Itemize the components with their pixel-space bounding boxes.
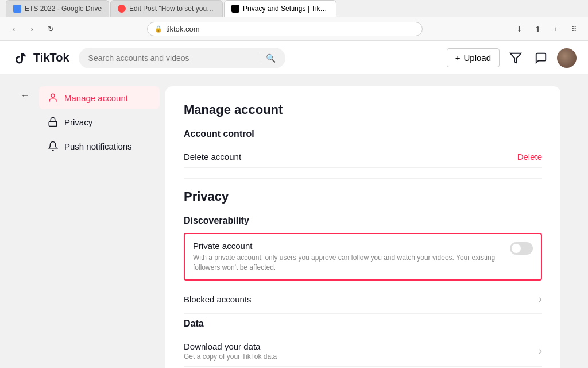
svg-rect-0 bbox=[11, 49, 30, 67]
tab-snaptik[interactable]: Edit Post "How to set your account as a … bbox=[110, 0, 223, 17]
search-divider bbox=[261, 53, 261, 63]
reload-button[interactable]: ↻ bbox=[42, 21, 59, 37]
url-text: tiktok.com bbox=[166, 25, 200, 33]
browser-actions: ⬇ ⬆ + ⠿ bbox=[511, 21, 582, 37]
download-data-title: Download your data bbox=[184, 342, 277, 351]
tiktok-favicon bbox=[231, 5, 239, 13]
search-bar[interactable]: 🔍 bbox=[79, 48, 285, 68]
blocked-accounts-row[interactable]: Blocked accounts › bbox=[184, 285, 542, 314]
main-content: Manage account Account control Delete ac… bbox=[165, 86, 560, 368]
sidebar-item-manage-account[interactable]: Manage account bbox=[39, 86, 160, 109]
address-bar[interactable]: 🔒 tiktok.com bbox=[147, 22, 423, 36]
sidebar-label-manage-account: Manage account bbox=[64, 93, 128, 103]
browser-toolbar: ‹ › ↻ 🔒 tiktok.com ⬇ ⬆ + ⠿ bbox=[0, 17, 588, 41]
tab-google-label: ETS 2022 - Google Drive bbox=[25, 5, 102, 13]
sidebar-item-push-notifications[interactable]: Push notifications bbox=[39, 135, 160, 158]
google-favicon bbox=[13, 5, 21, 13]
private-account-title: Private account bbox=[193, 241, 503, 251]
delete-account-label: Delete account bbox=[184, 152, 241, 162]
private-account-text: Private account With a private account, … bbox=[193, 241, 503, 273]
settings-sidebar: ← Manage account Privacy bbox=[28, 86, 165, 368]
privacy-title: Privacy bbox=[184, 189, 542, 204]
download-data-text: Download your data Get a copy of your Ti… bbox=[184, 342, 277, 361]
download-button[interactable]: ⬇ bbox=[511, 21, 527, 37]
logo-text: TikTok bbox=[33, 51, 69, 64]
tiktok-logo-icon bbox=[11, 49, 30, 67]
privacy-icon bbox=[47, 116, 59, 128]
tiktok-logo[interactable]: TikTok bbox=[11, 49, 69, 67]
header-actions: + Upload bbox=[447, 48, 577, 68]
plus-icon: + bbox=[455, 53, 461, 63]
sidebar-nav: Manage account Privacy Push notification… bbox=[28, 86, 160, 158]
svg-point-2 bbox=[51, 94, 55, 97]
sidebar-item-privacy[interactable]: Privacy bbox=[39, 110, 160, 133]
search-icon[interactable]: 🔍 bbox=[266, 53, 276, 63]
settings-container: ← Manage account Privacy bbox=[18, 75, 570, 368]
new-tab-button[interactable]: + bbox=[548, 21, 564, 37]
extensions-button[interactable]: ⠿ bbox=[566, 21, 582, 37]
tab-tiktok[interactable]: Privacy and Settings | TikTok bbox=[224, 0, 336, 17]
private-account-row: Private account With a private account, … bbox=[184, 233, 542, 281]
discoverability-title: Discoverability bbox=[184, 216, 542, 226]
notifications-icon bbox=[47, 140, 59, 152]
svg-marker-1 bbox=[510, 53, 521, 63]
blocked-accounts-label: Blocked accounts bbox=[184, 294, 252, 304]
download-data-desc: Get a copy of your TikTok data bbox=[184, 352, 277, 361]
manage-account-icon bbox=[47, 92, 59, 103]
blocked-accounts-chevron-icon: › bbox=[539, 293, 542, 305]
tab-tiktok-label: Privacy and Settings | TikTok bbox=[243, 5, 329, 13]
app-header: TikTok 🔍 + Upload bbox=[0, 41, 588, 75]
search-input[interactable] bbox=[88, 53, 256, 63]
private-account-toggle[interactable] bbox=[510, 242, 533, 255]
sidebar-back-button[interactable]: ← bbox=[16, 86, 34, 105]
filter-icon[interactable] bbox=[506, 49, 525, 67]
divider-1 bbox=[184, 178, 542, 179]
sidebar-label-push-notifications: Push notifications bbox=[64, 141, 132, 151]
upload-button[interactable]: + Upload bbox=[447, 48, 500, 67]
tab-google[interactable]: ETS 2022 - Google Drive bbox=[6, 0, 109, 17]
private-account-desc: With a private account, only users you a… bbox=[193, 253, 503, 273]
browser-chrome: ETS 2022 - Google Drive Edit Post "How t… bbox=[0, 0, 588, 41]
account-control-title: Account control bbox=[184, 129, 542, 139]
svg-rect-3 bbox=[49, 121, 57, 126]
page-title: Manage account bbox=[184, 102, 542, 117]
user-avatar[interactable] bbox=[557, 48, 577, 68]
upload-label: Upload bbox=[463, 53, 491, 63]
forward-button[interactable]: › bbox=[24, 21, 40, 37]
data-title: Data bbox=[184, 319, 542, 329]
share-button[interactable]: ⬆ bbox=[529, 21, 546, 37]
delete-account-row: Delete account Delete bbox=[184, 146, 542, 168]
data-section: Data Download your data Get a copy of yo… bbox=[184, 319, 542, 367]
tiktok-app: TikTok 🔍 + Upload ← bbox=[0, 41, 588, 368]
tab-snaptik-label: Edit Post "How to set your account as a … bbox=[129, 5, 215, 13]
back-button[interactable]: ‹ bbox=[6, 21, 22, 37]
tabs-bar: ETS 2022 - Google Drive Edit Post "How t… bbox=[0, 0, 588, 17]
delete-account-button[interactable]: Delete bbox=[517, 152, 542, 162]
messages-icon[interactable] bbox=[532, 49, 550, 67]
snaptik-favicon bbox=[118, 5, 126, 13]
sidebar-label-privacy: Privacy bbox=[64, 117, 92, 127]
nav-controls: ‹ › ↻ bbox=[6, 21, 59, 37]
download-data-row[interactable]: Download your data Get a copy of your Ti… bbox=[184, 336, 542, 367]
security-icon: 🔒 bbox=[154, 25, 163, 33]
download-data-chevron-icon: › bbox=[539, 345, 542, 357]
